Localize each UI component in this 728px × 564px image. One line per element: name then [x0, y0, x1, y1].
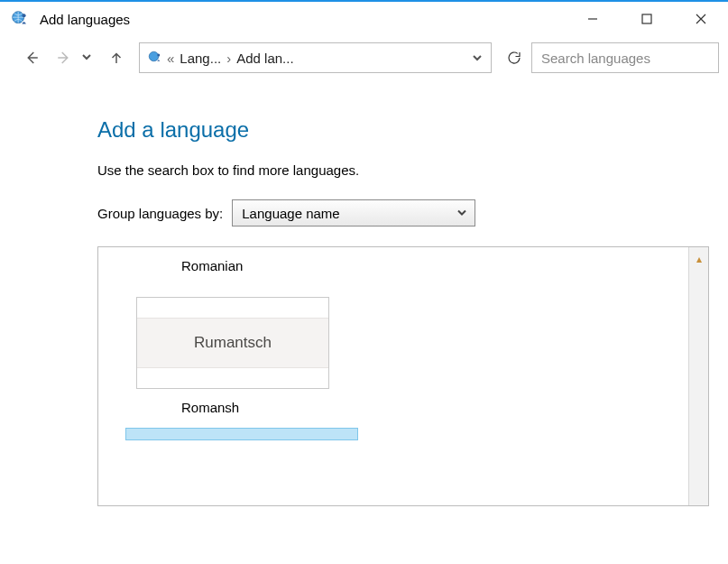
- refresh-button[interactable]: [499, 42, 530, 73]
- title-bar: Add languages: [0, 0, 728, 36]
- chevron-right-icon: ›: [226, 51, 231, 66]
- scrollbar[interactable]: ▴: [688, 247, 708, 505]
- instruction-text: Use the search box to find more language…: [97, 162, 728, 178]
- breadcrumb-item[interactable]: Lang...: [180, 51, 221, 66]
- navigation-bar: « Lang... › Add lan...: [0, 36, 728, 79]
- app-icon: [0, 9, 40, 29]
- group-by-label: Group languages by:: [97, 206, 223, 221]
- chevron-down-icon: [456, 206, 467, 221]
- address-dropdown-button[interactable]: [467, 52, 487, 63]
- language-tile[interactable]: Rumantsch: [136, 297, 329, 389]
- content-area: Add a language Use the search box to fin…: [0, 79, 728, 506]
- language-tile-selected[interactable]: [125, 428, 358, 440]
- maximize-button[interactable]: [620, 1, 674, 37]
- group-by-row: Group languages by: Language name: [97, 199, 728, 227]
- close-button[interactable]: [674, 1, 728, 37]
- breadcrumb-item[interactable]: Add lan...: [236, 51, 293, 66]
- svg-point-3: [149, 51, 159, 61]
- scroll-up-icon[interactable]: ▴: [696, 253, 702, 265]
- up-button[interactable]: [101, 42, 132, 73]
- language-native-name: Rumantsch: [137, 318, 328, 368]
- forward-button[interactable]: [49, 42, 79, 73]
- svg-point-4: [157, 54, 160, 57]
- breadcrumb-prefix-icon: «: [167, 51, 174, 66]
- recent-locations-button[interactable]: [81, 50, 99, 66]
- group-by-dropdown[interactable]: Language name: [232, 199, 475, 227]
- svg-point-1: [23, 14, 26, 17]
- page-title: Add a language: [97, 117, 728, 143]
- search-box[interactable]: [531, 42, 719, 73]
- language-list-panel: Romanian Rumantsch Romansh ▴: [97, 246, 709, 506]
- back-button[interactable]: [16, 42, 47, 73]
- minimize-button[interactable]: [566, 1, 620, 37]
- language-english-name: Romansh: [118, 400, 679, 415]
- language-list: Romanian Rumantsch Romansh: [98, 247, 688, 505]
- breadcrumb: « Lang... › Add lan...: [167, 51, 467, 66]
- address-bar[interactable]: « Lang... › Add lan...: [139, 42, 492, 73]
- location-icon: [143, 50, 167, 66]
- svg-rect-2: [642, 14, 651, 23]
- language-group-header: Romanian: [118, 258, 679, 273]
- search-input[interactable]: [532, 51, 718, 66]
- window-title: Add languages: [40, 12, 130, 27]
- group-by-value: Language name: [242, 206, 339, 221]
